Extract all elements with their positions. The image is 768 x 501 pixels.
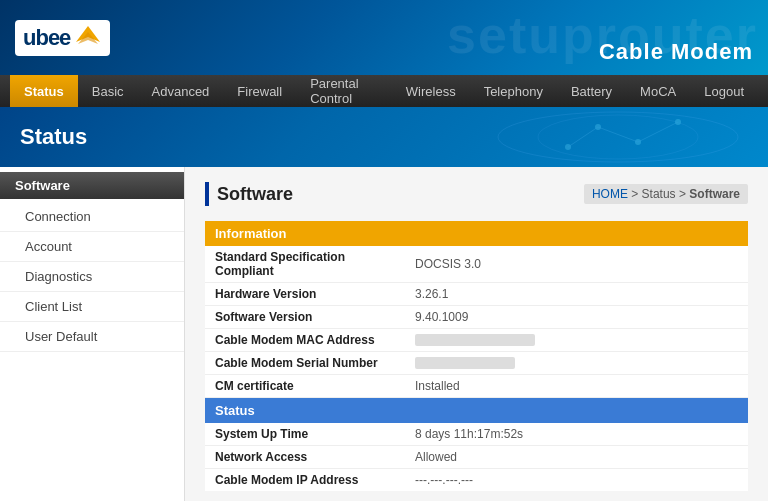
svg-line-10: [568, 127, 598, 147]
cell-value: 8 days 11h:17m:52s: [405, 423, 748, 446]
breadcrumb: HOME > Status > Software: [584, 184, 748, 204]
svg-line-9: [638, 122, 678, 142]
table-row: System Up Time 8 days 11h:17m:52s: [205, 423, 748, 446]
sidebar-item-diagnostics[interactable]: Diagnostics: [0, 262, 184, 292]
cell-label: Hardware Version: [205, 283, 405, 306]
cell-label: CM certificate: [205, 375, 405, 398]
cell-label: Cable Modem IP Address: [205, 469, 405, 492]
cell-value: [405, 329, 748, 352]
svg-point-3: [538, 115, 698, 159]
page-header: Software HOME > Status > Software: [205, 182, 748, 206]
cell-label: System Up Time: [205, 423, 405, 446]
logo-text: ubee: [23, 25, 70, 51]
svg-point-2: [498, 112, 738, 162]
banner: Status: [0, 107, 768, 167]
nav-status[interactable]: Status: [10, 75, 78, 107]
info-section-header: Information: [205, 221, 748, 246]
main-content: Software HOME > Status > Software Inform…: [185, 167, 768, 501]
cell-label: Network Access: [205, 446, 405, 469]
table-row: CM certificate Installed: [205, 375, 748, 398]
info-table-container[interactable]: Information Standard Specification Compl…: [205, 221, 748, 491]
nav-basic[interactable]: Basic: [78, 75, 138, 107]
cell-label: Software Version: [205, 306, 405, 329]
sidebar-item-user-default[interactable]: User Default: [0, 322, 184, 352]
nav-advanced[interactable]: Advanced: [138, 75, 224, 107]
sidebar-header: Software: [0, 172, 184, 199]
cell-value: Installed: [405, 375, 748, 398]
cell-value: DOCSIS 3.0: [405, 246, 748, 283]
table-row: Cable Modem MAC Address: [205, 329, 748, 352]
table-row: Cable Modem IP Address ---.---.---.---: [205, 469, 748, 492]
table-row: Hardware Version 3.26.1: [205, 283, 748, 306]
breadcrumb-sep2: >: [676, 187, 690, 201]
status-section-header: Status: [205, 398, 748, 424]
logo-bird-icon: [74, 24, 102, 52]
nav-battery[interactable]: Battery: [557, 75, 626, 107]
nav-firewall[interactable]: Firewall: [223, 75, 296, 107]
breadcrumb-sep1: >: [628, 187, 642, 201]
nav-wireless[interactable]: Wireless: [392, 75, 470, 107]
cell-value: 9.40.1009: [405, 306, 748, 329]
navbar: Status Basic Advanced Firewall Parental …: [0, 75, 768, 107]
logo-container: ubee: [15, 20, 110, 56]
info-table: Information Standard Specification Compl…: [205, 221, 748, 491]
cell-value: ---.---.---.---: [405, 469, 748, 492]
info-section-header-row: Information: [205, 221, 748, 246]
cell-label: Cable Modem Serial Number: [205, 352, 405, 375]
breadcrumb-current: Software: [689, 187, 740, 201]
status-section-header-row: Status: [205, 398, 748, 424]
cable-modem-label: Cable Modem: [599, 39, 753, 65]
nav-moca[interactable]: MoCA: [626, 75, 690, 107]
cell-value: Allowed: [405, 446, 748, 469]
table-row: Software Version 9.40.1009: [205, 306, 748, 329]
table-row: Cable Modem Serial Number: [205, 352, 748, 375]
table-row: Standard Specification Compliant DOCSIS …: [205, 246, 748, 283]
banner-bg-decoration: [418, 107, 768, 167]
breadcrumb-home[interactable]: HOME: [592, 187, 628, 201]
table-row: Network Access Allowed: [205, 446, 748, 469]
logo-box: ubee: [15, 20, 110, 56]
cell-label: Standard Specification Compliant: [205, 246, 405, 283]
sidebar-item-client-list[interactable]: Client List: [0, 292, 184, 322]
svg-line-8: [598, 127, 638, 142]
sidebar-item-connection[interactable]: Connection: [0, 202, 184, 232]
cell-value: [405, 352, 748, 375]
page-title: Software: [217, 184, 293, 205]
nav-logout[interactable]: Logout: [690, 75, 758, 107]
page-title-bar: [205, 182, 209, 206]
page-title-box: Software: [205, 182, 293, 206]
header: ubee setuprouter Cable Modem: [0, 0, 768, 75]
sidebar-item-account[interactable]: Account: [0, 232, 184, 262]
cell-label: Cable Modem MAC Address: [205, 329, 405, 352]
breadcrumb-section: Status: [642, 187, 676, 201]
sidebar: Software Connection Account Diagnostics …: [0, 167, 185, 501]
content-area: Software Connection Account Diagnostics …: [0, 167, 768, 501]
nav-parental-control[interactable]: Parental Control: [296, 75, 392, 107]
banner-title: Status: [20, 124, 87, 150]
cell-value: 3.26.1: [405, 283, 748, 306]
nav-telephony[interactable]: Telephony: [470, 75, 557, 107]
